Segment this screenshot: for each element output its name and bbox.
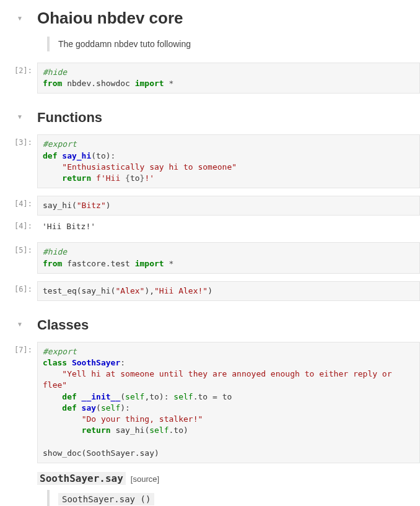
section-heading: Classes <box>37 317 420 333</box>
doc-output: SoothSayer.say [source] SoothSayer.say (… <box>0 466 420 506</box>
code-cell-5: [5]: #hide from fastcore.test import * <box>0 242 420 273</box>
doc-heading-code: SoothSayer.say <box>37 472 126 485</box>
prompt-in: [4]: <box>0 196 37 208</box>
code-block[interactable]: #hide from fastcore.test import * <box>37 242 420 273</box>
chevron-down-icon[interactable]: ▼ <box>15 15 25 22</box>
title-row: ▼ Ohaiou nbdev core The goddamn nbdev tu… <box>0 6 420 60</box>
prompt-in: [7]: <box>0 342 37 354</box>
doc-signature-block: SoothSayer.say () <box>47 490 420 506</box>
output-cell-4: [4]: 'Hii Bitz!' <box>0 218 420 235</box>
code-block[interactable]: say_hi("Bitz") <box>37 196 420 216</box>
code-cell-2: [2]: #hide from nbdev.showdoc import * <box>0 63 420 94</box>
code-block[interactable]: #export def say_hi(to): "Enthusiasticall… <box>37 134 420 188</box>
doc-heading: SoothSayer.say [source] <box>37 472 420 485</box>
chevron-down-icon[interactable]: ▼ <box>15 321 25 328</box>
code-block[interactable]: #hide from nbdev.showdoc import * <box>37 63 420 94</box>
chevron-down-icon[interactable]: ▼ <box>15 113 25 120</box>
prompt-in: [3]: <box>0 134 37 147</box>
section-classes: ▼ Classes <box>0 312 420 339</box>
source-link[interactable]: [source] <box>131 474 159 484</box>
code-block[interactable]: test_eq(say_hi("Alex"),"Hii Alex!") <box>37 281 420 301</box>
section-functions: ▼ Functions <box>0 105 420 132</box>
collapse-gutter: ▼ <box>0 6 37 22</box>
prompt-in: [2]: <box>0 63 37 75</box>
subtitle-quote: The goddamn nbdev tuto following <box>47 37 420 51</box>
code-cell-7: [7]: #export class SoothSayer: "Yell hi … <box>0 342 420 463</box>
code-cell-4: [4]: say_hi("Bitz") <box>0 196 420 216</box>
prompt-in: [6]: <box>0 281 37 294</box>
prompt-out: [4]: <box>0 218 37 230</box>
code-cell-3: [3]: #export def say_hi(to): "Enthusiast… <box>0 134 420 188</box>
output-text: 'Hii Bitz!' <box>37 218 420 235</box>
section-heading: Functions <box>37 110 420 126</box>
prompt-in: [5]: <box>0 242 37 255</box>
doc-signature: SoothSayer.say () <box>58 493 154 505</box>
code-cell-6: [6]: test_eq(say_hi("Alex"),"Hii Alex!") <box>0 281 420 301</box>
code-block[interactable]: #export class SoothSayer: "Yell hi at so… <box>37 342 420 463</box>
page-title: Ohaiou nbdev core <box>37 9 420 28</box>
